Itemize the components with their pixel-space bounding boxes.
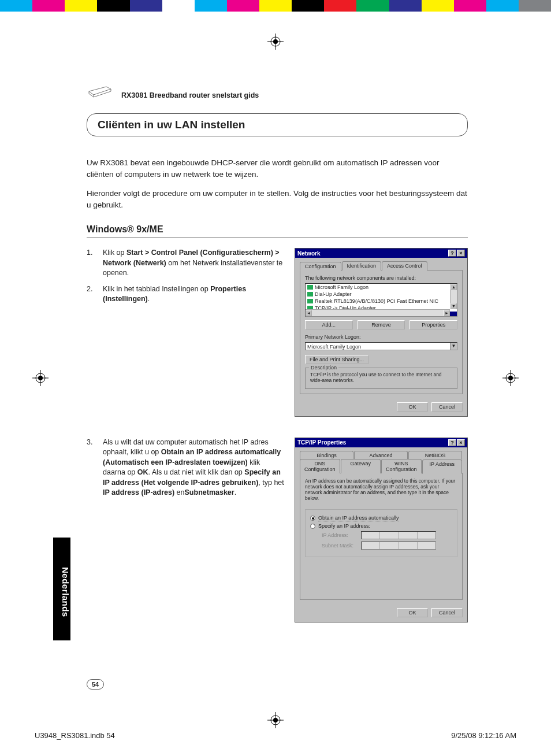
help-button[interactable]: ?	[448, 439, 456, 446]
list-item: 2.Klik in het tabblad Instellingen op Pr…	[87, 284, 284, 305]
chevron-down-icon[interactable]: ▼	[450, 343, 457, 350]
group-title: Description	[309, 365, 338, 370]
close-button[interactable]: ×	[457, 439, 465, 446]
section-heading: Cliënten in uw LAN instellen	[98, 118, 457, 131]
color-swatch	[162, 0, 195, 12]
scrollbar-vertical[interactable]: ▲ ▼	[450, 284, 457, 309]
radio-specify[interactable]: Specify an IP address:	[310, 523, 452, 529]
component-icon	[307, 292, 313, 297]
scroll-down-icon[interactable]: ▼	[451, 303, 457, 309]
list-item[interactable]: Realtek RTL8139(A/B/C/8130) PCI Fast Eth…	[306, 298, 457, 305]
logon-dropdown[interactable]: Microsoft Family Logon ▼	[305, 342, 457, 350]
scroll-right-icon[interactable]: ►	[444, 310, 450, 316]
list-item[interactable]: Microsoft Family Logon	[306, 284, 457, 291]
logon-value: Microsoft Family Logon	[307, 344, 361, 350]
component-icon	[307, 285, 313, 290]
intro-paragraph-2: Hieronder volgt de procedure om uw compu…	[87, 188, 468, 210]
print-footer: U3948_RS3081.indb 54 9/25/08 9:12:16 AM	[35, 731, 516, 740]
ok-button[interactable]: OK	[397, 608, 428, 617]
tab-strip: ConfigurationIdentificationAccess Contro…	[300, 261, 463, 270]
color-swatch	[32, 0, 65, 12]
logon-label: Primary Network Logon:	[305, 334, 457, 340]
color-swatch	[195, 0, 227, 12]
color-swatch	[324, 0, 356, 12]
list-item: 3.Als u wilt dat uw computer automatisch…	[87, 438, 284, 498]
step-list: 3.Als u wilt dat uw computer automatisch…	[87, 438, 284, 622]
window-tcpip: TCP/IP Properties ? × BindingsAdvancedNe…	[295, 438, 468, 622]
color-swatch	[422, 0, 454, 12]
color-swatch	[292, 0, 324, 12]
list-item: 1.Klik op Start > Control Panel (Configu…	[87, 248, 284, 279]
screenshot-tcpip-dialog: TCP/IP Properties ? × BindingsAdvancedNe…	[295, 438, 468, 622]
color-registration-bar	[0, 0, 551, 12]
ip-address-field[interactable]	[361, 531, 436, 539]
intro-text: An IP address can be automatically assig…	[305, 478, 457, 502]
color-swatch	[259, 0, 292, 12]
intro-paragraph-1: Uw RX3081 bevat een ingebouwde DHCP-serv…	[87, 157, 468, 180]
document-title: RX3081 Breedband router snelstart gids	[121, 91, 259, 101]
radio-label: Specify an IP address:	[318, 523, 370, 529]
window-title: Network	[297, 250, 320, 257]
tab-bindings[interactable]: Bindings	[300, 451, 353, 459]
cancel-button[interactable]: Cancel	[431, 402, 463, 412]
step-list: 1.Klik op Start > Control Panel (Configu…	[87, 248, 284, 416]
router-icon	[87, 81, 113, 101]
tab-ip-address[interactable]: IP Address	[422, 459, 463, 474]
step-row: 3.Als u wilt dat uw computer automatisch…	[87, 438, 468, 622]
divider	[87, 237, 468, 238]
color-swatch	[227, 0, 259, 12]
component-icon	[307, 299, 313, 303]
close-button[interactable]: ×	[457, 250, 465, 257]
scrollbar-horizontal[interactable]: ◄ ►	[306, 309, 450, 316]
remove-button[interactable]: Remove	[358, 320, 405, 329]
registration-mark-icon	[267, 34, 284, 50]
tab-advanced[interactable]: Advanced	[354, 451, 408, 459]
properties-button[interactable]: Properties	[409, 320, 457, 329]
color-swatch	[519, 0, 551, 12]
tab-gateway[interactable]: Gateway	[341, 459, 381, 473]
tab-access-control[interactable]: Access Control	[382, 261, 427, 270]
registration-mark-icon	[267, 712, 284, 728]
color-swatch	[389, 0, 422, 12]
description-text: TCP/IP is the protocol you use to connec…	[310, 372, 452, 383]
window-network: Network ? × ConfigurationIdentificationA…	[295, 248, 468, 416]
tab-strip-bottom: DNS ConfigurationGatewayWINS Configurati…	[300, 459, 463, 473]
tab-identification[interactable]: Identification	[342, 261, 382, 270]
page-number: 54	[87, 679, 104, 690]
cancel-button[interactable]: Cancel	[431, 608, 463, 617]
mask-label: Subnet Mask:	[322, 543, 356, 549]
section-heading-box: Cliënten in uw LAN instellen	[87, 113, 468, 136]
components-listbox[interactable]: Microsoft Family LogonDial-Up AdapterRea…	[305, 283, 457, 317]
subheading-windows: Windows® 9x/ME	[87, 224, 468, 235]
add-button[interactable]: Add...	[305, 320, 353, 329]
color-swatch	[454, 0, 486, 12]
tab-strip-top: BindingsAdvancedNetBIOS	[300, 451, 463, 459]
registration-mark-icon	[502, 370, 519, 386]
file-print-sharing-button[interactable]: File and Print Sharing...	[305, 355, 368, 364]
color-swatch	[356, 0, 389, 12]
subnet-mask-field[interactable]	[361, 542, 436, 550]
radio-label: Obtain an IP address automatically	[318, 515, 399, 521]
radio-icon	[310, 516, 315, 521]
scroll-left-icon[interactable]: ◄	[306, 310, 312, 316]
list-label: The following network components are ins…	[305, 275, 457, 281]
registration-mark-icon	[32, 370, 49, 386]
color-swatch	[130, 0, 162, 12]
help-button[interactable]: ?	[448, 250, 456, 257]
tab-netbios[interactable]: NetBIOS	[408, 451, 462, 459]
titlebar: TCP/IP Properties ? ×	[295, 438, 467, 447]
color-swatch	[486, 0, 519, 12]
tab-dns-configuration[interactable]: DNS Configuration	[300, 459, 340, 473]
scroll-up-icon[interactable]: ▲	[451, 284, 457, 290]
step-row: 1.Klik op Start > Control Panel (Configu…	[87, 248, 468, 416]
tab-wins-configuration[interactable]: WINS Configuration	[381, 459, 422, 473]
radio-obtain-auto[interactable]: Obtain an IP address automatically	[310, 515, 452, 521]
list-item[interactable]: Dial-Up Adapter	[306, 291, 457, 298]
titlebar: Network ? ×	[295, 249, 467, 258]
ok-button[interactable]: OK	[397, 402, 428, 412]
tab-configuration[interactable]: Configuration	[300, 262, 341, 271]
window-title: TCP/IP Properties	[297, 439, 346, 446]
color-swatch	[97, 0, 129, 12]
document-header: RX3081 Breedband router snelstart gids	[87, 81, 468, 101]
description-group: Description TCP/IP is the protocol you u…	[305, 368, 457, 388]
